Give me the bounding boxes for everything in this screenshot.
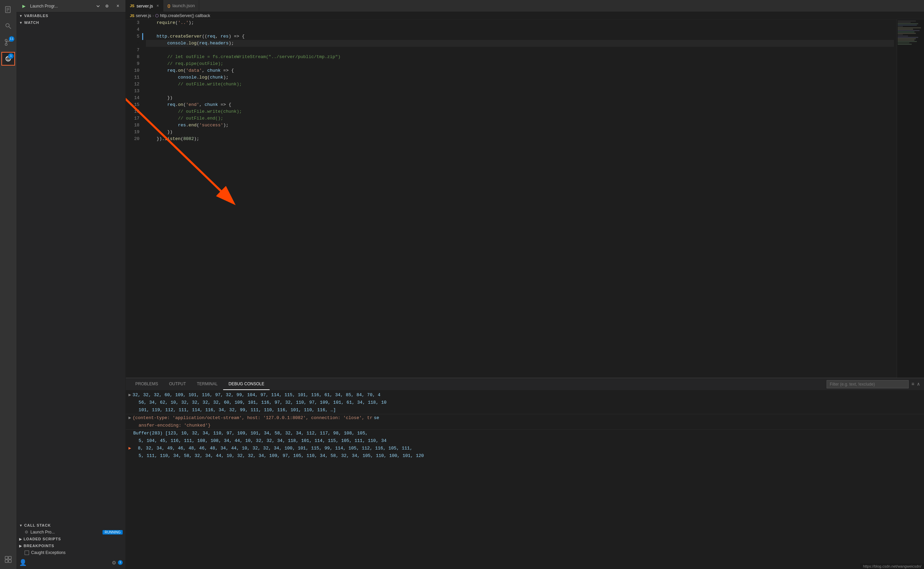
source-control-activity-icon[interactable]: 11 bbox=[2, 35, 15, 49]
console-line-3: 101, 119, 112, 111, 114, 116, 34, 32, 99… bbox=[126, 406, 924, 414]
code-editor[interactable]: require('..'); http.createServer((req, r… bbox=[143, 20, 897, 378]
code-line-17: // outFile.end(); bbox=[146, 115, 894, 122]
tab-launch-json[interactable]: {} launch.json bbox=[163, 0, 199, 12]
status-bar-url: https://blog.csdn.net/wangweicsdn/ bbox=[860, 563, 924, 569]
search-activity-icon[interactable] bbox=[2, 19, 15, 33]
variables-chevron-icon: ▼ bbox=[19, 14, 23, 18]
close-server-js-button[interactable]: × bbox=[157, 3, 159, 8]
svg-point-6 bbox=[5, 39, 7, 41]
loaded-scripts-label: LOADED SCRIPTS bbox=[24, 537, 61, 541]
svg-rect-18 bbox=[9, 560, 11, 563]
activity-bar: 11 1 bbox=[0, 0, 17, 569]
console-line-8: ▶ 8, 32, 34, 49, 46, 48, 46, 48, 34, 44,… bbox=[126, 445, 924, 452]
code-line-7 bbox=[146, 47, 894, 53]
code-line-19: }) bbox=[146, 129, 894, 135]
source-control-badge: 11 bbox=[9, 36, 14, 42]
breakpoints-chevron-icon: ▶ bbox=[19, 544, 22, 548]
loaded-scripts-header[interactable]: ▶ LOADED SCRIPTS bbox=[17, 536, 125, 542]
svg-rect-15 bbox=[5, 556, 8, 559]
call-stack-header[interactable]: ▼ CALL STACK bbox=[17, 522, 125, 529]
breakpoints-label: BREAKPOINTS bbox=[24, 544, 54, 548]
sidebar: ▶ Launch Progr... ⚙ × ▼ VARIABLES ▼ WATC… bbox=[17, 0, 126, 569]
watch-header[interactable]: ▼ WATCH bbox=[17, 19, 125, 26]
call-stack-item[interactable]: ⚙ Launch Pro... RUNNING bbox=[17, 529, 125, 536]
call-stack-gear-icon: ⚙ bbox=[24, 530, 28, 534]
tab-problems[interactable]: PROBLEMS bbox=[130, 378, 164, 390]
settings-icon[interactable]: ⚙ bbox=[112, 559, 116, 566]
line-numbers: 3 4 5 ▌6 7 8 9 10 11 12 13 14 15 16 17 bbox=[126, 20, 142, 378]
running-badge: RUNNING bbox=[102, 530, 123, 534]
code-line-4 bbox=[146, 26, 894, 33]
tab-terminal[interactable]: TERMINAL bbox=[191, 378, 223, 390]
filter-input[interactable] bbox=[826, 380, 909, 388]
variables-section: ▼ VARIABLES bbox=[17, 12, 125, 19]
code-line-13 bbox=[146, 88, 894, 94]
bottom-panel: PROBLEMS OUTPUT TERMINAL DEBUG CONSOLE ≡… bbox=[126, 378, 924, 569]
notifications-badge[interactable]: 1 bbox=[118, 560, 123, 565]
code-line-14: }) bbox=[146, 94, 894, 102]
code-line-10: req.on('data', chunk => { bbox=[146, 67, 894, 74]
watch-section: ▼ WATCH bbox=[17, 19, 125, 522]
call-stack-label: CALL STACK bbox=[24, 523, 51, 527]
account-icon[interactable]: 👤 bbox=[19, 559, 27, 566]
close-debug-button[interactable]: × bbox=[113, 2, 123, 11]
code-line-20: }).listen(8082); bbox=[146, 135, 894, 142]
expand-icon-8[interactable]: ▶ bbox=[128, 445, 131, 452]
code-line-9: // req.pipe(outFile); bbox=[146, 61, 894, 67]
tab-output[interactable]: OUTPUT bbox=[164, 378, 191, 390]
call-stack-chevron-icon: ▼ bbox=[19, 523, 23, 527]
main-area: JS server.js × {} launch.json JS server.… bbox=[126, 0, 924, 569]
loaded-scripts-section: ▶ LOADED SCRIPTS bbox=[17, 536, 125, 542]
svg-line-5 bbox=[9, 27, 11, 29]
tab-server-js-label: server.js bbox=[136, 3, 153, 9]
json-file-icon: {} bbox=[168, 4, 171, 8]
filter-lines-icon[interactable]: ≡ bbox=[911, 382, 914, 387]
breadcrumb-file[interactable]: server.js bbox=[136, 13, 151, 18]
debug-activity-icon[interactable]: 1 bbox=[2, 52, 15, 65]
code-line-8: // let outFile = fs.createWriteStream(".… bbox=[146, 53, 894, 61]
breadcrumb-js-icon: JS bbox=[130, 14, 134, 18]
run-button[interactable]: ▶ bbox=[19, 2, 29, 11]
variables-label: VARIABLES bbox=[24, 14, 49, 18]
settings-debug-button[interactable]: ⚙ bbox=[102, 2, 112, 11]
watch-label: WATCH bbox=[24, 20, 39, 24]
svg-point-11 bbox=[6, 57, 8, 58]
panel-tabs: PROBLEMS OUTPUT TERMINAL DEBUG CONSOLE ≡… bbox=[126, 378, 924, 390]
panel-filter: ≡ ∧ bbox=[826, 380, 920, 388]
breakpoints-section: ▶ BREAKPOINTS Caught Exceptions bbox=[17, 542, 125, 556]
console-line-6: Buffer(283) [123, 10, 32, 34, 110, 97, 1… bbox=[126, 429, 924, 437]
breakpoints-header[interactable]: ▶ BREAKPOINTS bbox=[17, 542, 125, 549]
expand-icon-4[interactable]: ▶ bbox=[128, 415, 131, 421]
tab-debug-console[interactable]: DEBUG CONSOLE bbox=[223, 378, 270, 390]
console-output: ▶ 32, 32, 32, 60, 109, 101, 116, 97, 32,… bbox=[126, 390, 924, 569]
loaded-scripts-chevron-icon: ▶ bbox=[19, 537, 22, 541]
code-line-18: res.end('success'); bbox=[146, 122, 894, 129]
extensions-activity-icon[interactable] bbox=[2, 552, 15, 566]
caught-exceptions-label: Caught Exceptions bbox=[31, 550, 66, 555]
svg-rect-17 bbox=[5, 560, 8, 563]
expand-icon-1[interactable]: ▶ bbox=[128, 392, 131, 399]
console-line-4: ▶ {content-type: 'application/octet-stre… bbox=[126, 414, 924, 422]
breakpoint-item[interactable]: Caught Exceptions bbox=[17, 549, 125, 556]
breadcrumb: JS server.js › ⬡ http.createServer() cal… bbox=[126, 12, 924, 20]
js-file-icon: JS bbox=[130, 4, 134, 8]
code-line-15: req.on('end', chunk => { bbox=[146, 102, 894, 108]
caught-exceptions-checkbox[interactable] bbox=[24, 551, 29, 555]
code-line-11: console.log(chunk); bbox=[146, 74, 894, 81]
code-line-6: console.log(req.headers); bbox=[146, 40, 894, 47]
code-line-16: // outFile.write(chunk); bbox=[146, 108, 894, 115]
editor-area[interactable]: 3 4 5 ▌6 7 8 9 10 11 12 13 14 15 16 17 bbox=[126, 20, 924, 378]
breadcrumb-function-icon: ⬡ bbox=[155, 13, 159, 18]
code-line-3: require('..'); bbox=[146, 20, 894, 26]
variables-header[interactable]: ▼ VARIABLES bbox=[17, 12, 125, 19]
tab-server-js[interactable]: JS server.js × bbox=[126, 0, 163, 12]
chevron-down-icon[interactable] bbox=[95, 3, 101, 9]
debug-config-name: Launch Progr... bbox=[30, 4, 94, 9]
breadcrumb-separator: › bbox=[152, 13, 154, 18]
debug-activity-badge: 1 bbox=[8, 53, 14, 59]
console-line-9: 5, 111, 110, 34, 58, 32, 34, 44, 10, 32,… bbox=[126, 452, 924, 460]
minimap bbox=[897, 20, 924, 378]
breadcrumb-function[interactable]: http.createServer() callback bbox=[160, 13, 210, 18]
explorer-activity-icon[interactable] bbox=[2, 3, 15, 17]
panel-chevron-up-icon[interactable]: ∧ bbox=[917, 381, 920, 387]
